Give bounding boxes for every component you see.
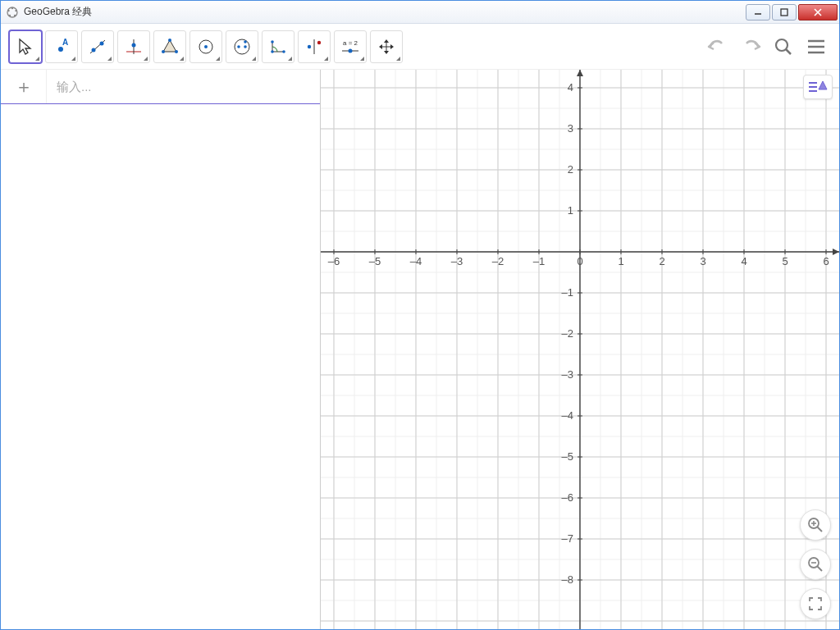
svg-point-35 — [349, 48, 353, 52]
add-button[interactable]: ＋ — [1, 70, 47, 103]
svg-point-13 — [92, 48, 96, 52]
svg-marker-125 — [577, 70, 583, 76]
svg-text:–2: –2 — [562, 327, 573, 340]
dropdown-corner-icon — [71, 57, 75, 61]
svg-text:–6: –6 — [562, 491, 573, 504]
svg-text:4: 4 — [568, 81, 573, 94]
svg-text:–2: –2 — [492, 255, 504, 267]
svg-text:–4: –4 — [410, 255, 422, 267]
dropdown-corner-icon — [324, 57, 328, 61]
svg-text:A: A — [62, 38, 68, 47]
app-icon — [6, 6, 19, 19]
svg-text:6: 6 — [823, 255, 829, 267]
svg-point-27 — [244, 40, 247, 43]
svg-point-14 — [100, 41, 104, 45]
svg-text:0: 0 — [577, 255, 582, 267]
main-area: ＋ –6–5–4–3–2–10123456–8–7–6–5–4–3–2–1123… — [1, 70, 839, 629]
dropdown-corner-icon — [180, 57, 184, 61]
toolbar: A a = 2 — [1, 24, 839, 70]
svg-point-11 — [58, 47, 63, 52]
svg-text:1: 1 — [618, 255, 623, 267]
undo-button[interactable] — [703, 32, 733, 62]
minimize-button[interactable] — [746, 4, 770, 21]
tool-circle[interactable] — [189, 30, 222, 63]
svg-point-29 — [271, 50, 274, 53]
zoom-out-button[interactable] — [800, 549, 831, 580]
svg-point-23 — [204, 45, 208, 48]
tool-ellipse[interactable] — [226, 30, 258, 63]
svg-point-3 — [14, 14, 16, 16]
svg-text:–1: –1 — [562, 286, 573, 299]
svg-point-32 — [308, 44, 311, 48]
menu-icon[interactable] — [801, 32, 831, 62]
svg-line-185 — [818, 567, 823, 572]
style-bar-button[interactable] — [803, 75, 833, 99]
tool-point[interactable]: A — [45, 30, 78, 63]
fullscreen-button[interactable] — [800, 588, 831, 619]
tool-move-view[interactable] — [370, 30, 403, 63]
svg-text:–3: –3 — [451, 255, 463, 267]
svg-point-19 — [168, 39, 171, 42]
tool-reflect[interactable] — [298, 30, 331, 63]
svg-marker-124 — [833, 249, 839, 255]
slider-label: a = 2 — [343, 39, 358, 47]
graphics-view[interactable]: –6–5–4–3–2–10123456–8–7–6–5–4–3–2–11234 — [321, 70, 839, 629]
dropdown-corner-icon — [35, 57, 39, 61]
tool-angle[interactable] — [262, 30, 294, 63]
svg-point-25 — [237, 45, 240, 48]
dropdown-corner-icon — [360, 57, 364, 61]
svg-text:3: 3 — [700, 255, 705, 267]
window-title: GeoGebra 经典 — [24, 5, 744, 19]
zoom-in-button[interactable] — [800, 509, 831, 541]
svg-point-28 — [271, 40, 274, 43]
svg-text:–1: –1 — [533, 255, 545, 267]
svg-point-26 — [244, 45, 247, 48]
svg-point-24 — [235, 39, 249, 54]
zoom-controls — [800, 509, 831, 619]
svg-text:–6: –6 — [328, 255, 340, 267]
dropdown-corner-icon — [144, 57, 148, 61]
svg-text:4: 4 — [741, 255, 746, 267]
svg-point-38 — [776, 39, 788, 51]
redo-button[interactable] — [736, 32, 765, 62]
svg-text:5: 5 — [782, 255, 788, 267]
close-button[interactable] — [798, 4, 838, 21]
svg-text:–5: –5 — [369, 255, 381, 267]
window-controls — [744, 4, 838, 21]
tool-slider[interactable]: a = 2 — [334, 30, 367, 63]
algebra-input[interactable] — [47, 70, 320, 103]
tool-line[interactable] — [81, 30, 114, 63]
dropdown-corner-icon — [216, 57, 220, 61]
titlebar: GeoGebra 经典 — [1, 1, 839, 24]
search-icon[interactable] — [769, 32, 798, 62]
svg-point-5 — [7, 9, 9, 11]
tool-polygon[interactable] — [153, 30, 186, 63]
dropdown-corner-icon — [396, 57, 400, 61]
maximize-button[interactable] — [772, 4, 797, 21]
svg-text:–8: –8 — [562, 573, 573, 586]
svg-point-4 — [9, 14, 11, 16]
svg-marker-18 — [163, 40, 176, 52]
svg-text:1: 1 — [568, 204, 573, 217]
dropdown-corner-icon — [288, 57, 292, 61]
svg-line-181 — [818, 527, 823, 532]
svg-point-30 — [282, 50, 285, 53]
tool-move[interactable] — [9, 30, 42, 63]
dropdown-corner-icon — [107, 57, 112, 61]
svg-text:3: 3 — [568, 122, 573, 135]
svg-text:–7: –7 — [562, 532, 573, 545]
algebra-panel: ＋ — [1, 70, 321, 629]
svg-line-39 — [786, 49, 791, 54]
svg-text:–3: –3 — [562, 368, 573, 381]
svg-point-20 — [175, 50, 178, 53]
tool-perpendicular[interactable] — [117, 30, 150, 63]
svg-marker-179 — [819, 81, 827, 89]
dropdown-corner-icon — [252, 57, 256, 61]
svg-point-33 — [317, 40, 321, 43]
svg-rect-7 — [781, 9, 788, 16]
svg-point-1 — [11, 7, 13, 8]
svg-point-17 — [132, 43, 136, 47]
coordinate-grid: –6–5–4–3–2–10123456–8–7–6–5–4–3–2–11234 — [321, 70, 839, 629]
svg-point-2 — [15, 9, 16, 11]
input-row: ＋ — [1, 70, 320, 104]
